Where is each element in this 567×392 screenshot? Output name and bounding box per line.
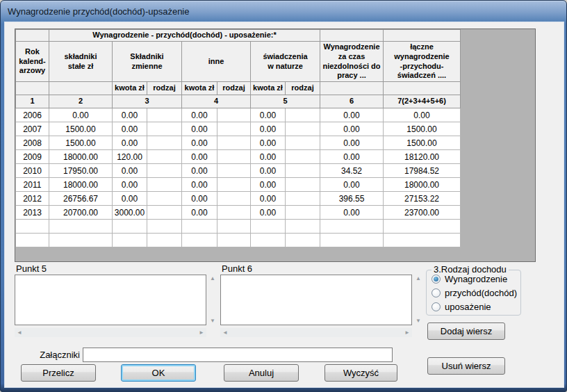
- table-cell[interactable]: 18000.00: [384, 178, 461, 192]
- table-cell[interactable]: 2009: [16, 150, 49, 164]
- table-cell[interactable]: [286, 178, 320, 192]
- table-cell[interactable]: 23700.00: [384, 206, 461, 220]
- table-cell[interactable]: 396.55: [320, 192, 384, 206]
- table-cell[interactable]: [217, 234, 251, 247]
- table-cell[interactable]: [286, 234, 320, 247]
- delete-row-button[interactable]: Usuń wiersz: [427, 357, 505, 375]
- table-cell[interactable]: 0.00: [320, 122, 384, 136]
- table-cell[interactable]: [16, 220, 49, 234]
- scroll-left-icon[interactable]: ◄: [17, 330, 22, 336]
- radio-option-wynagrodzenie[interactable]: Wynagrodzenie: [432, 274, 520, 284]
- table-cell[interactable]: [384, 234, 461, 247]
- punkt6-horizontal-scrollbar[interactable]: ◄ ►: [220, 328, 412, 337]
- table-cell[interactable]: 0.00: [113, 164, 147, 178]
- table-cell[interactable]: 26756.67: [49, 192, 113, 206]
- table-cell[interactable]: [217, 206, 251, 220]
- table-cell[interactable]: [49, 234, 113, 247]
- table-cell[interactable]: 1500.00: [49, 136, 113, 150]
- table-cell[interactable]: [217, 178, 251, 192]
- add-row-button[interactable]: Dodaj wiersz: [427, 322, 505, 340]
- table-cell[interactable]: 17984.52: [384, 164, 461, 178]
- recalculate-button[interactable]: Przelicz: [21, 364, 96, 382]
- table-cell[interactable]: [147, 206, 182, 220]
- clear-button[interactable]: Wyczyść: [324, 364, 397, 382]
- table-cell[interactable]: [320, 234, 384, 247]
- table-cell[interactable]: 0.00: [113, 108, 147, 122]
- table-cell[interactable]: 0.00: [113, 192, 147, 206]
- table-cell[interactable]: 18000.00: [49, 178, 113, 192]
- table-cell[interactable]: 27153.22: [384, 192, 461, 206]
- scroll-right-icon[interactable]: ►: [199, 330, 204, 336]
- table-cell[interactable]: 0.00: [251, 192, 286, 206]
- table-cell[interactable]: 34.52: [320, 164, 384, 178]
- table-cell[interactable]: 0.00: [113, 178, 147, 192]
- table-cell[interactable]: [217, 220, 251, 234]
- radio-option-przychod[interactable]: przychód(dochód): [432, 288, 520, 298]
- table-cell[interactable]: 0.00: [320, 150, 384, 164]
- table-cell[interactable]: [217, 150, 251, 164]
- table-cell[interactable]: [147, 122, 182, 136]
- radio-icon[interactable]: [432, 275, 441, 284]
- table-cell[interactable]: [113, 220, 147, 234]
- table-cell[interactable]: 0.00: [182, 108, 217, 122]
- table-cell[interactable]: 0.00: [182, 192, 217, 206]
- table-cell[interactable]: 2007: [16, 122, 49, 136]
- table-cell[interactable]: [217, 136, 251, 150]
- table-cell[interactable]: [286, 136, 320, 150]
- table-cell[interactable]: 2012: [16, 192, 49, 206]
- radio-icon[interactable]: [432, 302, 441, 311]
- table-cell[interactable]: [147, 108, 182, 122]
- table-cell[interactable]: 0.00: [49, 108, 113, 122]
- punkt5-textarea[interactable]: [15, 275, 206, 325]
- table-cell[interactable]: 0.00: [182, 178, 217, 192]
- table-cell[interactable]: [384, 220, 461, 234]
- table-cell[interactable]: 20700.00: [49, 206, 113, 220]
- table-cell[interactable]: 0.00: [251, 206, 286, 220]
- table-cell[interactable]: 0.00: [251, 108, 286, 122]
- punkt6-vertical-scrollbar[interactable]: ▲ ▼: [413, 275, 423, 325]
- table-cell[interactable]: 120.00: [113, 150, 147, 164]
- table-cell[interactable]: [286, 220, 320, 234]
- table-cell[interactable]: 0.00: [320, 178, 384, 192]
- table-cell[interactable]: [286, 150, 320, 164]
- title-bar[interactable]: Wynagrodzenie przychód(dochód)-upsażenie: [1, 1, 566, 22]
- table-cell[interactable]: 0.00: [182, 150, 217, 164]
- table-cell[interactable]: 2008: [16, 136, 49, 150]
- radio-option-uposazenie[interactable]: uposażenie: [432, 302, 520, 312]
- table-cell[interactable]: 0.00: [113, 122, 147, 136]
- attachments-input[interactable]: [83, 348, 393, 362]
- table-cell[interactable]: [251, 234, 286, 247]
- table-cell[interactable]: 0.00: [320, 108, 384, 122]
- table-cell[interactable]: 0.00: [320, 136, 384, 150]
- table-cell[interactable]: [286, 206, 320, 220]
- table-cell[interactable]: [147, 164, 182, 178]
- table-cell[interactable]: [147, 136, 182, 150]
- table-cell[interactable]: [286, 108, 320, 122]
- table-cell[interactable]: 0.00: [251, 164, 286, 178]
- table-cell[interactable]: 1500.00: [384, 136, 461, 150]
- scroll-up-icon[interactable]: ▲: [416, 276, 421, 281]
- table-cell[interactable]: 2013: [16, 206, 49, 220]
- table-cell[interactable]: [147, 192, 182, 206]
- table-cell[interactable]: [217, 108, 251, 122]
- table-cell[interactable]: 0.00: [182, 164, 217, 178]
- table-cell[interactable]: 2010: [16, 164, 49, 178]
- table-cell[interactable]: [286, 122, 320, 136]
- table-cell[interactable]: 1500.00: [49, 122, 113, 136]
- table-cell[interactable]: 0.00: [182, 122, 217, 136]
- table-cell[interactable]: 0.00: [182, 206, 217, 220]
- table-cell[interactable]: 0.00: [384, 108, 461, 122]
- table-cell[interactable]: 3000.00: [113, 206, 147, 220]
- table-cell[interactable]: [217, 122, 251, 136]
- scroll-right-icon[interactable]: ►: [404, 330, 410, 336]
- table-cell[interactable]: [147, 234, 182, 247]
- table-cell[interactable]: [286, 192, 320, 206]
- table-cell[interactable]: 0.00: [182, 136, 217, 150]
- table-cell[interactable]: 2006: [16, 108, 49, 122]
- table-cell[interactable]: 18000.00: [49, 150, 113, 164]
- table-cell[interactable]: [182, 220, 217, 234]
- table-cell[interactable]: 0.00: [251, 122, 286, 136]
- table-cell[interactable]: 18120.00: [384, 150, 461, 164]
- table-cell[interactable]: 2011: [16, 178, 49, 192]
- table-cell[interactable]: [113, 234, 147, 247]
